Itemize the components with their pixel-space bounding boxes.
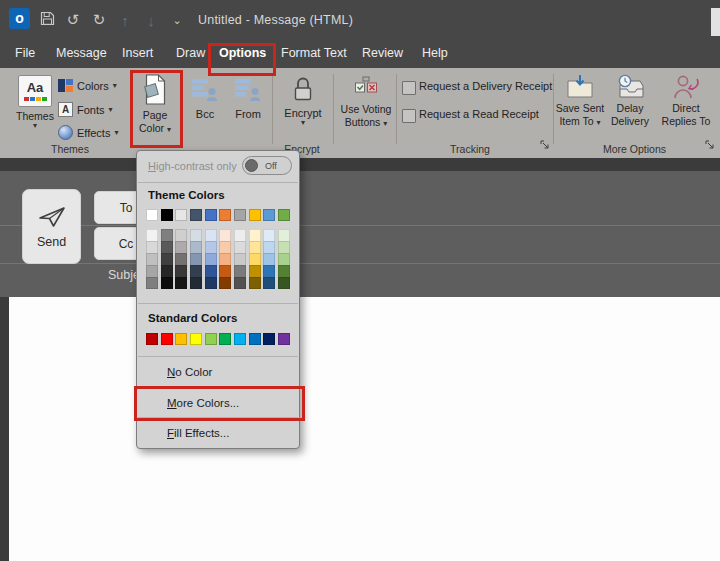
use-voting-buttons-button[interactable]: Use Voting Buttons ▾ bbox=[337, 76, 395, 128]
theme-shade-swatch[interactable] bbox=[219, 253, 231, 265]
tab-file[interactable]: File bbox=[15, 46, 35, 60]
tab-review[interactable]: Review bbox=[362, 46, 403, 60]
from-button[interactable]: From bbox=[227, 78, 269, 120]
send-button[interactable]: Send bbox=[22, 189, 81, 264]
theme-shade-swatch[interactable] bbox=[146, 265, 158, 277]
theme-shade-swatch[interactable] bbox=[205, 241, 217, 253]
more-colors-menu-item[interactable]: More Colors... bbox=[137, 390, 299, 416]
theme-shade-swatch[interactable] bbox=[190, 253, 202, 265]
theme-shade-swatch[interactable] bbox=[175, 241, 187, 253]
theme-shade-swatch[interactable] bbox=[278, 265, 290, 277]
tab-insert[interactable]: Insert bbox=[122, 46, 153, 60]
theme-shade-swatch[interactable] bbox=[205, 265, 217, 277]
standard-color-swatch[interactable] bbox=[161, 333, 173, 345]
theme-shade-swatch[interactable] bbox=[219, 277, 231, 289]
theme-shade-swatch[interactable] bbox=[278, 241, 290, 253]
theme-shade-swatch[interactable] bbox=[278, 277, 290, 289]
tab-message[interactable]: Message bbox=[56, 46, 107, 60]
delivery-receipt-checkbox[interactable] bbox=[402, 81, 416, 95]
theme-shade-swatch[interactable] bbox=[190, 241, 202, 253]
standard-color-swatch[interactable] bbox=[234, 333, 246, 345]
standard-color-swatch[interactable] bbox=[278, 333, 290, 345]
theme-shade-swatch[interactable] bbox=[263, 229, 275, 241]
theme-shade-swatch[interactable] bbox=[146, 241, 158, 253]
theme-shade-swatch[interactable] bbox=[234, 265, 246, 277]
theme-shade-swatch[interactable] bbox=[175, 265, 187, 277]
theme-shade-swatch[interactable] bbox=[205, 277, 217, 289]
theme-shade-swatch[interactable] bbox=[249, 229, 261, 241]
theme-shade-swatch[interactable] bbox=[249, 253, 261, 265]
standard-color-swatch[interactable] bbox=[146, 333, 158, 345]
message-body[interactable] bbox=[0, 297, 720, 561]
theme-shade-swatch[interactable] bbox=[219, 241, 231, 253]
redo-icon[interactable]: ↻ bbox=[86, 11, 112, 29]
tab-format-text[interactable]: Format Text bbox=[281, 46, 347, 60]
standard-color-swatch[interactable] bbox=[205, 333, 217, 345]
theme-color-swatch[interactable] bbox=[263, 209, 275, 221]
tab-options[interactable]: Options bbox=[219, 46, 266, 60]
theme-shade-swatch[interactable] bbox=[263, 277, 275, 289]
theme-shade-swatch[interactable] bbox=[146, 253, 158, 265]
theme-effects-button[interactable]: Effects ▾ bbox=[58, 125, 118, 140]
theme-shade-swatch[interactable] bbox=[249, 277, 261, 289]
theme-shade-swatch[interactable] bbox=[263, 265, 275, 277]
theme-color-swatch[interactable] bbox=[190, 209, 202, 221]
theme-color-swatch[interactable] bbox=[234, 209, 246, 221]
save-icon[interactable] bbox=[34, 11, 60, 29]
theme-color-swatch[interactable] bbox=[205, 209, 217, 221]
theme-shade-swatch[interactable] bbox=[249, 241, 261, 253]
direct-replies-button[interactable]: Direct Replies To bbox=[657, 74, 715, 127]
theme-shade-swatch[interactable] bbox=[190, 277, 202, 289]
read-receipt-checkbox[interactable] bbox=[402, 109, 416, 123]
theme-shade-swatch[interactable] bbox=[175, 253, 187, 265]
theme-shade-swatch[interactable] bbox=[219, 265, 231, 277]
standard-color-swatch[interactable] bbox=[190, 333, 202, 345]
theme-shade-swatch[interactable] bbox=[278, 253, 290, 265]
theme-color-swatch[interactable] bbox=[249, 209, 261, 221]
theme-shade-swatch[interactable] bbox=[161, 241, 173, 253]
theme-shade-swatch[interactable] bbox=[175, 277, 187, 289]
theme-color-swatch[interactable] bbox=[146, 209, 158, 221]
theme-shade-swatch[interactable] bbox=[146, 277, 158, 289]
save-sent-item-button[interactable]: Save Sent Item To ▾ bbox=[557, 74, 603, 127]
theme-shade-swatch[interactable] bbox=[161, 277, 173, 289]
tab-help[interactable]: Help bbox=[422, 46, 448, 60]
theme-shade-swatch[interactable] bbox=[263, 253, 275, 265]
tab-draw[interactable]: Draw bbox=[176, 46, 205, 60]
high-contrast-toggle[interactable]: Off bbox=[242, 156, 292, 175]
theme-color-swatch[interactable] bbox=[219, 209, 231, 221]
theme-shade-swatch[interactable] bbox=[234, 229, 246, 241]
delay-delivery-button[interactable]: Delay Delivery bbox=[605, 74, 655, 127]
page-color-button[interactable]: Page Color ▾ bbox=[134, 74, 176, 135]
theme-shade-swatch[interactable] bbox=[190, 265, 202, 277]
theme-shade-swatch[interactable] bbox=[278, 229, 290, 241]
theme-color-swatch[interactable] bbox=[175, 209, 187, 221]
more-options-dialog-launcher-icon[interactable] bbox=[705, 136, 715, 154]
bcc-button[interactable]: Bcc bbox=[186, 78, 224, 120]
theme-shade-swatch[interactable] bbox=[161, 229, 173, 241]
qat-customize-icon[interactable]: ⌄ bbox=[164, 14, 190, 27]
theme-shade-swatch[interactable] bbox=[161, 265, 173, 277]
no-color-menu-item[interactable]: No Color bbox=[137, 359, 299, 385]
standard-color-swatch[interactable] bbox=[175, 333, 187, 345]
theme-shade-swatch[interactable] bbox=[263, 241, 275, 253]
theme-shade-swatch[interactable] bbox=[205, 253, 217, 265]
theme-shade-swatch[interactable] bbox=[190, 229, 202, 241]
standard-color-swatch[interactable] bbox=[249, 333, 261, 345]
theme-colors-button[interactable]: Colors ▾ bbox=[58, 79, 117, 92]
theme-color-swatch[interactable] bbox=[161, 209, 173, 221]
theme-fonts-button[interactable]: A Fonts ▾ bbox=[58, 102, 113, 117]
theme-shade-swatch[interactable] bbox=[205, 229, 217, 241]
standard-color-swatch[interactable] bbox=[219, 333, 231, 345]
encrypt-button[interactable]: Encrypt ▾ bbox=[278, 76, 328, 127]
theme-shade-swatch[interactable] bbox=[234, 277, 246, 289]
theme-shade-swatch[interactable] bbox=[219, 229, 231, 241]
theme-shade-swatch[interactable] bbox=[146, 229, 158, 241]
theme-shade-swatch[interactable] bbox=[234, 253, 246, 265]
theme-shade-swatch[interactable] bbox=[234, 241, 246, 253]
theme-shade-swatch[interactable] bbox=[249, 265, 261, 277]
theme-color-swatch[interactable] bbox=[278, 209, 290, 221]
theme-shade-swatch[interactable] bbox=[175, 229, 187, 241]
standard-color-swatch[interactable] bbox=[263, 333, 275, 345]
theme-shade-swatch[interactable] bbox=[161, 253, 173, 265]
